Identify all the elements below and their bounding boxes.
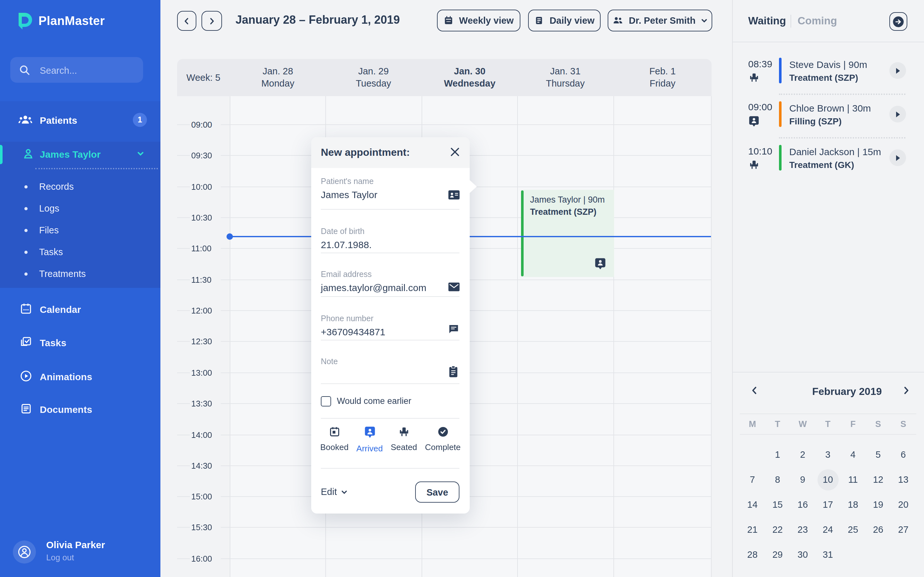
minical-date[interactable]: 20: [891, 492, 916, 517]
edit-dropdown[interactable]: Edit: [321, 487, 348, 497]
divider: [321, 340, 459, 340]
sidebar-item-active-patient[interactable]: James Taylor: [0, 143, 160, 164]
field-value-dob[interactable]: 21.07.1988.: [321, 239, 372, 250]
minical-date[interactable]: 30: [790, 542, 815, 567]
sidebar-item-tasks-sub[interactable]: Tasks: [0, 242, 160, 262]
prev-week-button[interactable]: [177, 11, 196, 31]
logout-link[interactable]: Log out: [46, 553, 74, 562]
daily-view-button[interactable]: Daily view: [528, 10, 601, 31]
minical-next-button[interactable]: [901, 385, 911, 396]
chevron-down-icon: [137, 150, 144, 158]
minical-date[interactable]: 15: [765, 492, 790, 517]
minical-date[interactable]: 19: [866, 492, 891, 517]
appointment-event[interactable]: James Taylor | 90m Treatment (SZP): [521, 190, 614, 277]
minical-date[interactable]: 24: [815, 517, 840, 542]
minical-date[interactable]: 17: [815, 492, 840, 517]
clipboard-icon[interactable]: [448, 366, 459, 378]
minical-date[interactable]: 8: [765, 467, 790, 492]
status-complete[interactable]: Complete: [425, 426, 461, 453]
status-seated[interactable]: Seated: [391, 426, 417, 453]
daily-view-label: Daily view: [549, 15, 594, 26]
sidebar-item-files[interactable]: Files: [0, 220, 160, 240]
status-booked[interactable]: Booked: [320, 426, 349, 453]
contact-card-icon[interactable]: [448, 190, 460, 200]
subitem-label: Files: [39, 225, 59, 235]
minical-date[interactable]: 12: [866, 467, 891, 492]
minical-date[interactable]: 22: [765, 517, 790, 542]
subitem-label: Treatments: [39, 269, 86, 279]
chair-icon: [748, 71, 760, 83]
minical-date[interactable]: 1: [765, 442, 790, 467]
day-header-tuesday: Jan. 29Tuesday: [325, 59, 422, 96]
nav-item-label: Documents: [40, 404, 92, 414]
minical-date[interactable]: 7: [740, 467, 765, 492]
open-appointment-button[interactable]: [889, 149, 906, 166]
field-value-phone[interactable]: +36709434871: [321, 326, 385, 337]
minical-date[interactable]: 14: [740, 492, 765, 517]
doctor-name-label: Dr. Peter Smith: [629, 15, 696, 26]
sidebar-item-treatments[interactable]: Treatments: [0, 263, 160, 284]
field-value-name[interactable]: James Taylor: [321, 189, 377, 200]
minical-date[interactable]: 27: [891, 517, 916, 542]
minical-date-selected[interactable]: 10: [815, 467, 840, 492]
collapse-panel-button[interactable]: [889, 12, 907, 31]
doctor-select-button[interactable]: Dr. Peter Smith: [607, 10, 712, 31]
user-name: Olivia Parker: [46, 539, 105, 550]
calendar-grid: [230, 96, 712, 577]
open-appointment-button[interactable]: [889, 62, 906, 79]
tab-waiting[interactable]: Waiting: [748, 15, 786, 27]
minical-date[interactable]: 9: [790, 467, 815, 492]
day-header-friday: Feb. 1Friday: [614, 59, 712, 96]
status-arrived[interactable]: Arrived: [357, 426, 383, 453]
sidebar-item-logs[interactable]: Logs: [0, 198, 160, 219]
field-value-email[interactable]: james.taylor@gmail.com: [321, 282, 426, 293]
search-box[interactable]: [10, 57, 143, 83]
sidebar-item-calendar[interactable]: Calendar: [0, 299, 160, 319]
sidebar-item-animations[interactable]: Animations: [0, 366, 160, 387]
minical-date[interactable]: 21: [740, 517, 765, 542]
would-come-earlier-checkbox[interactable]: [321, 396, 331, 406]
time-label: 14:00: [190, 430, 221, 440]
weekly-view-button[interactable]: Weekly view: [437, 10, 520, 31]
minical-date[interactable]: 2: [790, 442, 815, 467]
chat-icon[interactable]: [448, 323, 459, 335]
time-label: 15:30: [190, 522, 221, 533]
time-label: 09:30: [190, 150, 221, 161]
minical-date[interactable]: 28: [740, 542, 765, 567]
chair-icon: [398, 426, 410, 438]
sidebar-item-documents[interactable]: Documents: [0, 399, 160, 419]
sidebar-item-records[interactable]: Records: [0, 176, 160, 197]
minical-date[interactable]: 3: [815, 442, 840, 467]
tab-coming[interactable]: Coming: [798, 15, 837, 27]
checkbox-label: Would come earlier: [337, 396, 411, 406]
avatar[interactable]: [13, 540, 36, 564]
minical-date[interactable]: 13: [891, 467, 916, 492]
envelope-icon[interactable]: [448, 282, 460, 292]
time-label: 14:30: [190, 460, 221, 471]
next-week-button[interactable]: [202, 11, 222, 31]
minical-date[interactable]: 5: [866, 442, 891, 467]
minical-date[interactable]: 23: [790, 517, 815, 542]
minical-date[interactable]: 16: [790, 492, 815, 517]
minical-date[interactable]: 29: [765, 542, 790, 567]
minical-dates: 1 2 3 4 5 6 7 8 9 10 11 12 13 14 15 16 1…: [740, 442, 916, 567]
minical-date[interactable]: 11: [841, 467, 866, 492]
close-icon[interactable]: [449, 146, 461, 158]
minical-date[interactable]: 26: [866, 517, 891, 542]
minical-prev-button[interactable]: [750, 385, 760, 396]
minical-date[interactable]: 6: [891, 442, 916, 467]
minical-date[interactable]: 18: [841, 492, 866, 517]
appointment-time: 09:00: [748, 101, 772, 112]
search-input[interactable]: [39, 57, 137, 84]
minical-date[interactable]: 4: [841, 442, 866, 467]
open-appointment-button[interactable]: [889, 106, 906, 122]
minical-date[interactable]: 31: [815, 542, 840, 567]
divider: [321, 209, 459, 210]
daily-calendar-icon: [534, 15, 544, 26]
sidebar-item-patients[interactable]: Patients 1: [0, 109, 160, 131]
field-label-note: Note: [321, 357, 338, 366]
minical-date[interactable]: 25: [841, 517, 866, 542]
sidebar-item-tasks[interactable]: Tasks: [0, 332, 160, 353]
event-status-bar: [521, 190, 523, 276]
save-button[interactable]: Save: [415, 482, 459, 503]
